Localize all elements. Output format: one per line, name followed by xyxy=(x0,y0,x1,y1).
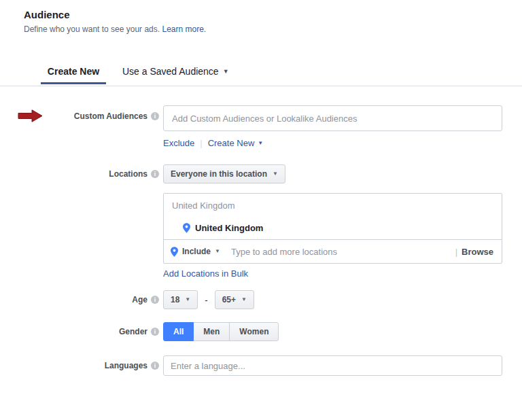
age-min-value: 18 xyxy=(171,295,179,304)
gender-women-button[interactable]: Women xyxy=(229,322,279,341)
gender-label: Gender i xyxy=(0,327,159,336)
tab-create-new[interactable]: Create New xyxy=(41,66,106,77)
page-title: Audience xyxy=(24,9,70,20)
location-search-input[interactable] xyxy=(164,194,502,217)
tab-saved-audience[interactable]: Use a Saved Audience ▼ xyxy=(122,66,229,77)
languages-label: Languages i xyxy=(0,361,159,370)
locations-label-text: Locations xyxy=(109,169,147,179)
add-location-input[interactable] xyxy=(224,247,451,257)
include-dropdown-label: Include xyxy=(182,247,211,256)
languages-label-text: Languages xyxy=(105,361,147,370)
tab-saved-label: Use a Saved Audience xyxy=(122,66,219,77)
info-icon[interactable]: i xyxy=(151,112,159,120)
chevron-down-icon: ▼ xyxy=(185,297,190,302)
exclude-link[interactable]: Exclude xyxy=(163,138,194,148)
browse-button[interactable]: Browse xyxy=(462,247,495,257)
age-controls: 18 ▼ - 65+ ▼ xyxy=(163,290,254,309)
create-new-link-label: Create New xyxy=(208,138,255,148)
selected-location-item[interactable]: United Kingdom xyxy=(164,217,502,239)
age-max-dropdown[interactable]: 65+ ▼ xyxy=(215,290,254,309)
chevron-down-icon: ▼ xyxy=(223,69,229,75)
gender-segmented-control: All Men Women xyxy=(163,322,279,341)
browse-divider: | xyxy=(455,247,457,257)
gender-label-text: Gender xyxy=(119,327,147,336)
selected-location-name: United Kingdom xyxy=(195,223,263,233)
age-label-text: Age xyxy=(132,295,147,304)
age-range-separator: - xyxy=(205,295,207,305)
info-icon[interactable]: i xyxy=(151,296,159,304)
page-subtitle: Define who you want to see your ads. Lea… xyxy=(24,24,206,34)
age-min-dropdown[interactable]: 18 ▼ xyxy=(163,290,198,309)
add-locations-in-bulk-link[interactable]: Add Locations in Bulk xyxy=(163,268,248,279)
chevron-down-icon: ▼ xyxy=(273,171,278,177)
location-scope-value: Everyone in this location xyxy=(171,169,267,179)
custom-audiences-label: Custom Audiences i xyxy=(0,111,159,121)
custom-audiences-label-text: Custom Audiences xyxy=(74,111,147,121)
chevron-down-icon: ▼ xyxy=(215,249,220,254)
subtitle-text: Define who you want to see your ads. xyxy=(24,24,160,34)
create-new-link[interactable]: Create New ▼ xyxy=(208,138,264,148)
links-divider: | xyxy=(200,138,202,148)
languages-input[interactable] xyxy=(163,355,502,376)
location-include-row: Include ▼ | Browse xyxy=(164,239,502,263)
info-icon[interactable]: i xyxy=(151,170,159,178)
tabs-divider xyxy=(0,86,522,86)
locations-box: United Kingdom Include ▼ | Browse xyxy=(163,193,502,264)
location-pin-icon xyxy=(171,247,178,257)
locations-label: Locations i xyxy=(0,169,159,179)
chevron-down-icon: ▼ xyxy=(241,297,247,302)
chevron-down-icon: ▼ xyxy=(258,141,263,146)
age-max-value: 65+ xyxy=(222,295,236,304)
location-scope-dropdown[interactable]: Everyone in this location ▼ xyxy=(163,164,285,183)
info-icon[interactable]: i xyxy=(151,328,159,336)
gender-men-button[interactable]: Men xyxy=(193,322,230,341)
include-dropdown[interactable]: Include ▼ xyxy=(171,247,220,257)
location-pin-icon xyxy=(183,223,190,233)
age-label: Age i xyxy=(0,295,159,304)
active-tab-underline xyxy=(41,82,106,84)
custom-audiences-links: Exclude | Create New ▼ xyxy=(163,138,263,148)
audience-section: Audience Define who you want to see your… xyxy=(0,0,522,420)
info-icon[interactable]: i xyxy=(151,362,159,370)
custom-audiences-input[interactable] xyxy=(163,105,502,131)
learn-more-link[interactable]: Learn more. xyxy=(162,24,206,34)
gender-all-button[interactable]: All xyxy=(163,322,194,341)
